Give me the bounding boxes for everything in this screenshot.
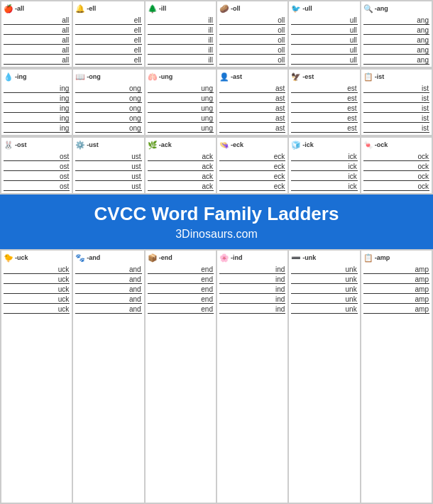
word-line: ang <box>363 16 429 25</box>
word-line: amp <box>363 265 429 274</box>
section-suffix: -oll <box>231 5 241 12</box>
word-line: ack <box>148 172 214 181</box>
word-ending: ill <box>208 56 214 64</box>
section-icon: 📖 <box>75 72 85 82</box>
section-suffix: -ust <box>87 141 99 148</box>
word-line: all <box>4 16 70 25</box>
word-ending: ell <box>134 46 142 54</box>
banner-title: CVCC Word Family Ladders <box>94 203 339 225</box>
word-section-ell: 🔔-ellellellellellell <box>72 1 144 67</box>
section-header: 📋-amp <box>363 252 429 263</box>
section-header: 🌲-ill <box>148 3 214 14</box>
word-section-ang: 🔍-angangangangangang <box>361 1 432 67</box>
section-suffix: -ang <box>375 5 388 12</box>
word-ending: ing <box>60 104 70 112</box>
word-ending: ang <box>417 56 429 64</box>
word-line: unk <box>291 295 357 304</box>
word-ending: ill <box>208 36 214 44</box>
word-ending: ing <box>60 84 70 92</box>
word-line: ull <box>291 55 357 65</box>
word-ending: ong <box>129 114 142 122</box>
word-line: amp <box>363 295 429 304</box>
word-ending: ist <box>422 114 429 122</box>
word-line: end <box>148 285 214 294</box>
page-container: 🍎-allallallallallall🔔-ellellellellellell… <box>0 0 433 504</box>
word-line: ist <box>363 114 429 123</box>
word-ending: and <box>129 285 142 293</box>
word-line: ock <box>363 152 429 161</box>
word-line: ick <box>291 172 357 181</box>
word-ending: ock <box>417 153 429 160</box>
word-ending: ast <box>275 114 285 122</box>
word-line: and <box>75 275 141 284</box>
word-line: ick <box>291 182 357 191</box>
lower-grid: 🐰-ostostostostost⚙️-ustustustustust🌿-ack… <box>0 136 433 195</box>
section-header: 🍬-ock <box>363 139 429 150</box>
word-ending: ick <box>348 172 357 180</box>
word-line: oll <box>219 35 285 45</box>
word-line: uck <box>4 265 70 274</box>
word-ending: ock <box>417 172 429 180</box>
word-line: ind <box>219 285 285 294</box>
section-header: 🐰-ost <box>4 139 70 150</box>
section-suffix: -ung <box>159 73 173 80</box>
word-ending: ell <box>134 56 142 64</box>
section-header: 🌿-ack <box>148 139 214 150</box>
word-line: est <box>291 104 357 113</box>
word-ending: ung <box>201 94 214 102</box>
section-icon: 🍎 <box>4 4 13 13</box>
word-line: ust <box>75 162 141 171</box>
word-ending: amp <box>415 275 429 283</box>
word-ending: ing <box>60 124 70 132</box>
word-line: unk <box>291 265 357 274</box>
word-ending: ill <box>208 46 214 54</box>
section-icon: 🔍 <box>363 4 373 13</box>
word-line: oll <box>219 55 285 65</box>
section-icon: 🐾 <box>75 253 85 263</box>
word-line: ock <box>363 182 429 191</box>
word-line: and <box>75 265 141 274</box>
word-ending: oll <box>278 26 285 34</box>
section-icon: 🌸 <box>219 253 229 263</box>
word-ending: est <box>347 84 357 92</box>
section-icon: 🧊 <box>291 141 301 150</box>
word-line: est <box>291 114 357 123</box>
word-line: ell <box>75 16 141 25</box>
word-line: amp <box>363 275 429 284</box>
section-header: 📦-end <box>148 252 214 263</box>
word-ending: uck <box>58 305 70 313</box>
word-section-ist: 📋-istististististist <box>361 69 432 136</box>
section-suffix: -all <box>15 5 24 12</box>
section-suffix: -ind <box>231 254 243 261</box>
section-suffix: -ost <box>15 141 27 148</box>
section-suffix: -ell <box>87 5 96 12</box>
word-ending: ung <box>201 104 214 112</box>
word-section-and: 🐾-andandandandandand <box>72 250 144 503</box>
word-ending: ust <box>131 182 141 190</box>
word-line: eck <box>219 152 285 161</box>
word-line: ist <box>363 124 429 133</box>
section-icon: 🐰 <box>4 141 13 150</box>
word-line: ung <box>148 124 214 133</box>
word-ending: ung <box>201 84 214 92</box>
word-line: ing <box>4 104 70 113</box>
word-ending: end <box>201 295 214 303</box>
word-line: ind <box>219 275 285 284</box>
section-suffix: -ing <box>15 73 27 80</box>
word-ending: amp <box>415 265 429 273</box>
word-line: ung <box>148 94 214 103</box>
word-line: ong <box>75 94 141 103</box>
word-line: ong <box>75 104 141 113</box>
word-line: ill <box>148 26 214 35</box>
word-section-end: 📦-endendendendendend <box>145 250 217 503</box>
section-header: 🧊-ick <box>291 139 357 150</box>
word-line: eck <box>219 182 285 191</box>
word-line: ast <box>219 104 285 113</box>
word-ending: ell <box>134 16 142 24</box>
word-line: ack <box>148 182 214 191</box>
section-suffix: -amp <box>375 254 390 261</box>
word-section-eck: 👒-eckeckeckeckeck <box>217 137 288 194</box>
word-line: ung <box>148 114 214 123</box>
word-line: ang <box>363 26 429 35</box>
word-line: ull <box>291 35 357 45</box>
